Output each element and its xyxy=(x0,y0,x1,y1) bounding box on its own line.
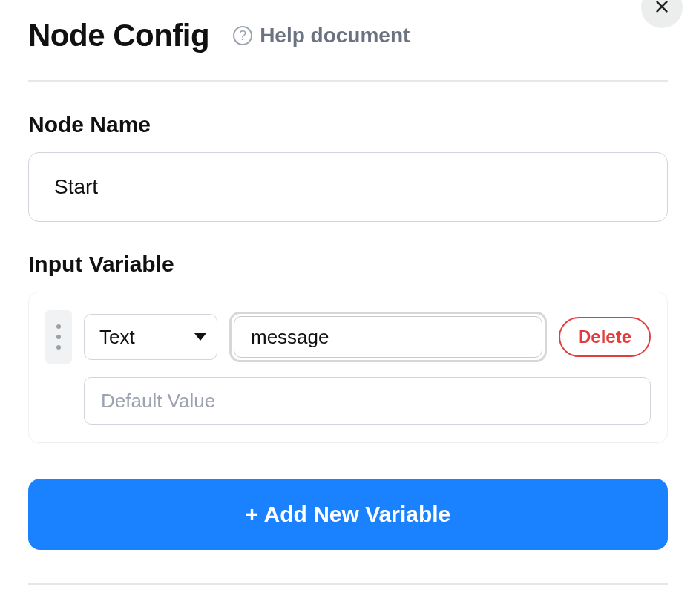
panel-header: Node Config ? Help document xyxy=(28,18,668,80)
add-new-variable-button[interactable]: + Add New Variable xyxy=(28,479,668,550)
page-title: Node Config xyxy=(28,18,209,53)
drag-handle[interactable] xyxy=(45,310,72,364)
help-document-link[interactable]: ? Help document xyxy=(233,24,410,47)
chevron-down-icon xyxy=(194,333,206,341)
drag-dot-icon xyxy=(56,324,61,329)
type-select-value: Text xyxy=(99,326,135,349)
close-icon xyxy=(654,0,670,17)
drag-dot-icon xyxy=(56,335,61,339)
variable-type-select[interactable]: Text xyxy=(84,314,217,360)
variable-name-input[interactable] xyxy=(234,316,542,358)
node-name-input[interactable] xyxy=(28,152,668,222)
variable-name-input-wrap xyxy=(229,312,547,362)
node-name-label: Node Name xyxy=(28,112,668,137)
delete-button[interactable]: Delete xyxy=(559,317,651,357)
input-variable-label: Input Variable xyxy=(28,252,668,277)
default-value-input[interactable] xyxy=(84,377,651,425)
help-icon: ? xyxy=(233,26,252,45)
help-label: Help document xyxy=(260,24,410,47)
drag-dot-icon xyxy=(56,345,61,350)
divider xyxy=(28,583,668,585)
variable-card: Text Delete xyxy=(28,292,668,443)
divider xyxy=(28,80,668,82)
